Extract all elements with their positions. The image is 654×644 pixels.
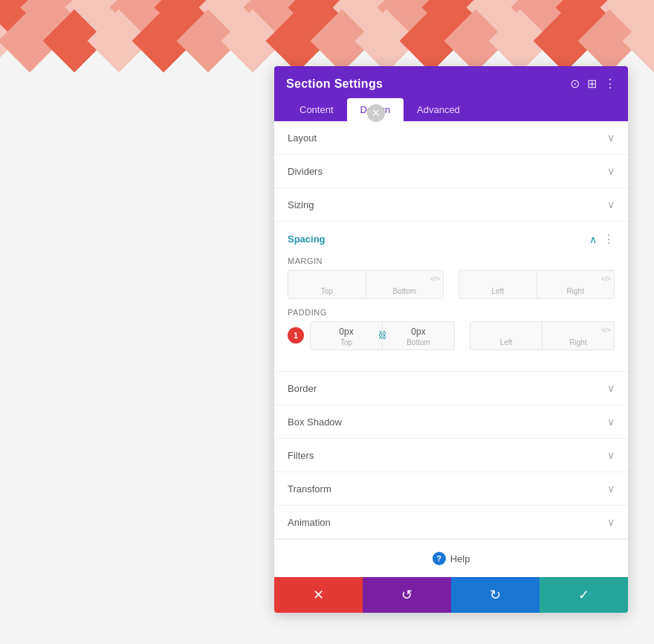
section-row-layout[interactable]: Layout ∨ <box>274 121 628 155</box>
responsive-icon[interactable]: ⊙ <box>570 77 580 91</box>
link-icon[interactable]: ⛓ <box>378 329 387 340</box>
chevron-icon-dividers: ∨ <box>607 165 615 177</box>
panel-header: Section Settings ⊙ ⊞ ⋮ Content Design Ad… <box>274 66 628 121</box>
undo-icon: ↺ <box>401 587 412 603</box>
chevron-icon-border: ∨ <box>607 382 615 394</box>
padding-top-input[interactable] <box>311 322 382 338</box>
section-row-box-shadow[interactable]: Box Shadow ∨ <box>274 405 628 439</box>
padding-top-wrap: Top <box>311 322 382 350</box>
section-label-dividers: Dividers <box>288 166 323 177</box>
section-settings-panel: Section Settings ⊙ ⊞ ⋮ Content Design Ad… <box>274 66 628 613</box>
cancel-button[interactable]: ✕ <box>274 577 363 613</box>
margin-right-label: Right <box>567 287 584 298</box>
panel-close-button[interactable]: ✕ <box>367 104 385 122</box>
section-label-border: Border <box>288 383 317 394</box>
margin-left-input[interactable] <box>459 271 537 287</box>
section-label-box-shadow: Box Shadow <box>288 416 342 428</box>
padding-fields: Top ⛓ Bottom <box>310 321 615 350</box>
margin-responsive-icon-2: </> <box>601 275 611 283</box>
padding-left-right-pair: Left Right </> <box>470 321 615 350</box>
section-label-layout: Layout <box>288 132 317 144</box>
padding-bottom-label: Bottom <box>407 338 430 350</box>
padding-right-label: Right <box>569 338 586 350</box>
panel-footer: ✕ ↺ ↻ ✓ <box>274 577 628 613</box>
section-label-animation: Animation <box>288 517 331 528</box>
section-row-filters[interactable]: Filters ∨ <box>274 439 628 472</box>
section-label-transform: Transform <box>288 483 331 495</box>
padding-left-wrap: Left <box>470 322 542 350</box>
margin-responsive-icon: </> <box>430 275 440 283</box>
chevron-up-icon: ∧ <box>589 234 597 245</box>
panel-body: Layout ∨ Dividers ∨ Sizing ∨ Spacing ∧ ⋮ <box>274 121 628 577</box>
padding-responsive-icon: </> <box>601 326 611 334</box>
padding-top-bottom-pair: Top ⛓ Bottom <box>310 321 455 350</box>
section-row-transform[interactable]: Transform ∨ <box>274 472 628 506</box>
step-badge: 1 <box>288 327 304 344</box>
layout-icon[interactable]: ⊞ <box>587 77 597 91</box>
chevron-icon-transform: ∨ <box>607 483 615 495</box>
margin-top-wrap: Top <box>288 271 366 298</box>
margin-left-right-pair: Left Right </> <box>459 270 615 299</box>
section-row-border[interactable]: Border ∨ <box>274 372 628 405</box>
undo-button[interactable]: ↺ <box>363 577 451 613</box>
padding-field-row: Top ⛓ Bottom <box>310 321 615 350</box>
section-label-filters: Filters <box>288 450 314 461</box>
margin-field-group: Margin Top Bottom <box>288 257 615 299</box>
pair-gap-2 <box>459 321 465 350</box>
chevron-icon-animation: ∨ <box>607 516 615 528</box>
tabs: Content Design Advanced <box>286 98 616 121</box>
help-text[interactable]: Help <box>450 553 470 564</box>
pair-gap <box>448 270 454 299</box>
save-button[interactable]: ✓ <box>540 577 628 613</box>
redo-icon: ↻ <box>490 587 501 603</box>
chevron-icon-filters: ∨ <box>607 449 615 461</box>
margin-top-label: Top <box>321 287 333 298</box>
panel-title-row: Section Settings ⊙ ⊞ ⋮ <box>286 77 616 91</box>
help-row: ? Help <box>274 539 628 577</box>
margin-top-input[interactable] <box>288 271 366 287</box>
padding-row-wrapper: 1 Top ⛓ <box>288 321 615 350</box>
spacing-header-right: ∧ ⋮ <box>589 232 615 246</box>
margin-left-wrap: Left <box>459 271 537 298</box>
more-icon[interactable]: ⋮ <box>604 77 616 91</box>
padding-bottom-input[interactable] <box>383 322 454 338</box>
section-row-sizing[interactable]: Sizing ∨ <box>274 188 628 222</box>
padding-field-group: Padding 1 Top <box>288 308 615 350</box>
tab-content[interactable]: Content <box>286 98 347 121</box>
padding-label: Padding <box>288 308 615 317</box>
spacing-content: Margin Top Bottom <box>274 257 628 371</box>
padding-bottom-wrap: Bottom <box>383 322 454 350</box>
margin-label: Margin <box>288 257 615 265</box>
padding-left-input[interactable] <box>470 322 542 338</box>
chevron-icon-sizing: ∨ <box>607 199 615 210</box>
spacing-title: Spacing <box>288 234 326 245</box>
spacing-dots-icon[interactable]: ⋮ <box>603 232 615 246</box>
section-row-animation[interactable]: Animation ∨ <box>274 506 628 539</box>
save-icon: ✓ <box>578 587 589 603</box>
chevron-icon-box-shadow: ∨ <box>607 416 615 428</box>
section-label-sizing: Sizing <box>288 199 314 210</box>
tab-advanced[interactable]: Advanced <box>404 98 473 121</box>
margin-bottom-label: Bottom <box>392 287 416 298</box>
margin-field-row: Top Bottom </> <box>288 270 615 299</box>
margin-left-label: Left <box>491 287 504 298</box>
spacing-header[interactable]: Spacing ∧ ⋮ <box>274 222 628 257</box>
chevron-icon-layout: ∨ <box>607 132 615 144</box>
redo-button[interactable]: ↻ <box>451 577 540 613</box>
spacing-section: Spacing ∧ ⋮ Margin Top <box>274 222 628 372</box>
panel-title: Section Settings <box>286 77 383 91</box>
padding-top-label: Top <box>340 338 352 350</box>
section-row-dividers[interactable]: Dividers ∨ <box>274 155 628 188</box>
panel-header-icons: ⊙ ⊞ ⋮ <box>570 77 616 91</box>
padding-left-label: Left <box>500 338 513 350</box>
help-icon[interactable]: ? <box>433 552 446 565</box>
cancel-icon: ✕ <box>313 587 324 603</box>
margin-top-bottom-pair: Top Bottom </> <box>288 270 444 299</box>
